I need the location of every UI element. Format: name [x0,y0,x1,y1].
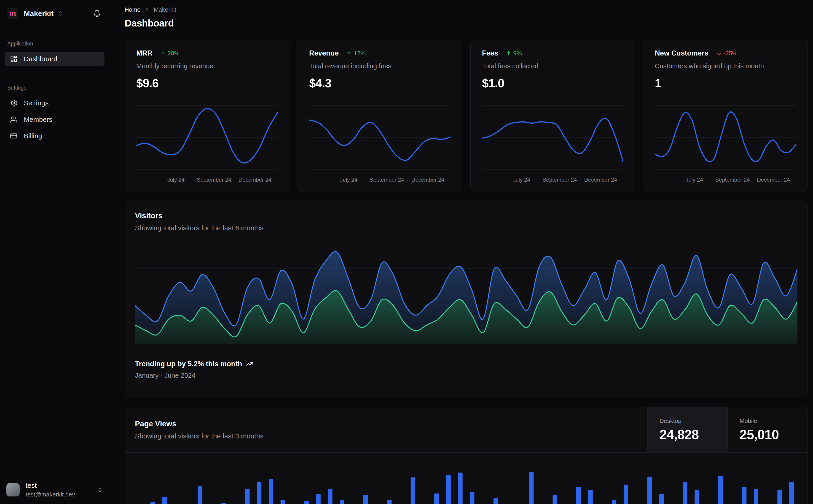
page-views-title: Page Views [135,419,264,428]
workspace-name: Makerkit [24,9,53,18]
trending-up-icon [246,361,253,367]
page-views-subtitle: Showing total visitors for the last 3 mo… [135,432,264,440]
nav-section-settings: Settings [7,85,102,91]
visitors-panel: Visitors Showing total visitors for the … [125,201,808,398]
tab-mobile[interactable]: Mobile 25,010 [728,407,808,452]
trend-badge: 9% [506,50,522,57]
app-logo: m [7,8,18,19]
stat-value: $1.0 [482,76,624,90]
visitors-footer: Trending up by 5.2% this month January -… [135,360,797,379]
sidebar-item-billing[interactable]: Billing [5,129,104,143]
sparkline-chart: July 24 September 24 December 24 [482,103,624,184]
visitors-subtitle: Showing total visitors for the last 6 mo… [135,224,797,232]
sidebar-item-label: Billing [24,132,42,140]
arrow-up-icon [347,50,352,56]
arrow-up-icon [160,50,166,56]
trend-badge: -25% [716,50,738,57]
logo-letter: m [9,9,16,17]
visitors-trend-text: Trending up by 5.2% this month [135,360,242,368]
page-views-tabs: Desktop 24,828 Mobile 25,010 [648,407,808,452]
page-views-header: Page Views Showing total visitors for th… [125,407,808,453]
nav-section-application: Application [7,41,102,47]
user-email: test@makerkit.dev [26,491,75,499]
stat-card-new-customers: New Customers -25% Customers who signed … [643,39,808,192]
trend-badge: 20% [160,50,179,57]
gear-icon [10,99,17,107]
sidebar-item-dashboard[interactable]: Dashboard [5,52,104,66]
sparkline-chart: July 24 September 24 December 24 [309,103,450,184]
stat-card-fees: Fees 9% Total fees collected $1.0 July 2… [470,39,635,192]
sidebar: m Makerkit Application Dashboard Setting… [0,0,109,504]
page-views-bar-chart [125,453,808,504]
credit-card-icon [10,132,17,140]
desktop-total: 24,828 [660,427,716,442]
sidebar-item-label: Members [24,116,52,123]
user-menu-caret [97,487,103,493]
workspace-header: m Makerkit [0,0,109,19]
stat-title: New Customers [655,49,708,57]
sidebar-item-label: Settings [24,99,48,107]
sparkline-chart: July 24 September 24 December 24 [136,103,278,184]
notifications-button[interactable] [93,10,101,17]
stat-value: 1 [655,76,796,90]
bell-icon [93,10,101,17]
sidebar-item-members[interactable]: Members [5,112,104,127]
sparkline-axis-labels: July 24 September 24 December 24 [655,175,796,184]
stat-description: Total revenue including fees [309,62,450,70]
trend-badge: 12% [347,50,366,57]
stats-grid: MRR 20% Monthly recurring revenue $9.6 J… [125,39,808,192]
stat-title: Revenue [309,49,339,57]
stat-description: Monthly recurring revenue [136,62,278,70]
mobile-total: 25,010 [740,427,796,442]
arrow-up-icon [506,50,511,56]
stat-title: Fees [482,49,498,57]
sparkline-axis-labels: July 24 September 24 December 24 [136,175,278,184]
visitors-title: Visitors [135,211,797,220]
page-title: Dashboard [125,18,808,29]
breadcrumb-current: Makerkit [154,6,176,13]
stat-description: Total fees collected [482,62,624,70]
avatar [6,483,20,496]
sidebar-item-label: Dashboard [24,55,57,63]
user-meta: test test@makerkit.dev [26,481,75,499]
dashboard-icon [10,55,17,63]
chevrons-up-down-icon [97,487,103,493]
sparkline-chart: July 24 September 24 December 24 [655,103,796,184]
stat-card-mrr: MRR 20% Monthly recurring revenue $9.6 J… [125,39,289,192]
sidebar-item-settings[interactable]: Settings [5,96,104,110]
sparkline-axis-labels: July 24 September 24 December 24 [482,175,624,184]
user-name: test [26,481,75,490]
page-views-panel: Page Views Showing total visitors for th… [125,407,808,504]
chevrons-up-down-icon [57,11,63,16]
sparkline-axis-labels: July 24 September 24 December 24 [309,175,450,184]
visitors-area-chart [135,242,797,347]
visitors-date-range: January - June 2024 [135,372,797,379]
main-content: Home Makerkit Dashboard MRR 20% Monthly … [109,0,813,504]
breadcrumb-home[interactable]: Home [125,6,140,13]
user-menu[interactable]: test test@makerkit.dev [0,475,109,504]
workspace-selector[interactable] [57,11,63,16]
arrow-down-icon [716,50,722,56]
stat-value: $4.3 [309,76,450,90]
stat-title: MRR [136,49,152,57]
tab-desktop[interactable]: Desktop 24,828 [648,407,728,452]
stat-card-revenue: Revenue 12% Total revenue including fees… [298,39,462,192]
chevron-right-icon [144,7,149,12]
breadcrumb: Home Makerkit [125,5,808,14]
sidebar-nav: Application Dashboard Settings Settings … [0,19,109,145]
stat-description: Customers who signed up this month [655,62,796,70]
users-icon [10,116,17,123]
stat-value: $9.6 [136,76,278,90]
